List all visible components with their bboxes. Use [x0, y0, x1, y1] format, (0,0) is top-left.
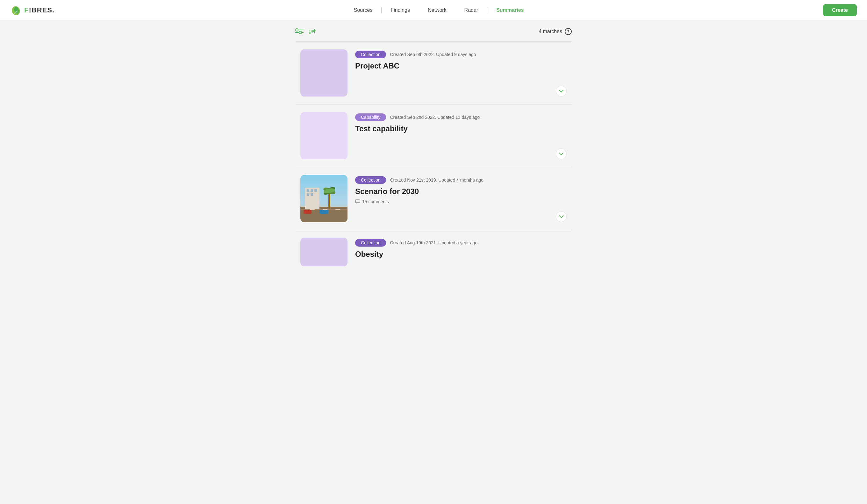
card-meta-4: Collection Created Aug 19th 2021. Update… [355, 239, 567, 247]
card-thumbnail-1 [300, 50, 347, 97]
card-project-abc: Collection Created Sep 6th 2022. Updated… [295, 42, 572, 105]
card-body-1: Collection Created Sep 6th 2022. Updated… [355, 50, 567, 74]
expand-button-3[interactable] [556, 211, 567, 222]
svg-rect-20 [307, 193, 309, 196]
svg-rect-28 [355, 200, 360, 203]
chevron-down-icon-1 [559, 90, 564, 93]
svg-rect-12 [328, 192, 330, 208]
badge-collection-4: Collection [355, 239, 386, 247]
svg-rect-22 [303, 210, 311, 214]
sort-button[interactable] [309, 28, 315, 35]
svg-point-5 [299, 31, 302, 34]
card-date-2: Created Sep 2nd 2022. Updated 13 days ag… [390, 115, 480, 120]
card-meta-2: Capability Created Sep 2nd 2022. Updated… [355, 114, 567, 121]
card-obesity: Collection Created Aug 19th 2021. Update… [295, 230, 572, 269]
card-title-2: Test capability [355, 124, 567, 133]
card-date-3: Created Nov 21st 2019. Updated 4 months … [390, 178, 483, 183]
logo-icon [10, 4, 22, 16]
card-title-1: Project ABC [355, 62, 567, 71]
matches-count: 4 matches [539, 29, 562, 34]
comments-text-3: 15 comments [362, 199, 389, 204]
filter-button[interactable] [295, 28, 303, 35]
svg-point-2 [296, 29, 298, 31]
comment-icon-3 [355, 200, 360, 204]
main-content: 4 matches ? Collection Created Sep 6th 2… [290, 20, 577, 277]
card-test-capability: Capability Created Sep 2nd 2022. Updated… [295, 105, 572, 167]
svg-rect-25 [310, 209, 315, 210]
main-nav: Sources Findings Network Radar Summaries [345, 7, 533, 13]
badge-collection-1: Collection [355, 51, 386, 58]
card-comments-3: 15 comments [355, 199, 567, 204]
logo: F!BRES. [10, 4, 54, 16]
sort-icon [309, 28, 315, 35]
card-body-3: Collection Created Nov 21st 2019. Update… [355, 175, 567, 204]
nav-radar[interactable]: Radar [456, 7, 487, 13]
card-thumbnail-2 [300, 112, 347, 159]
help-button[interactable]: ? [565, 28, 572, 35]
badge-capability-2: Capability [355, 114, 386, 121]
svg-rect-26 [323, 209, 328, 210]
card-date-1: Created Sep 6th 2022. Updated 9 days ago [390, 52, 476, 57]
header: F!BRES. Sources Findings Network Radar S… [0, 0, 867, 20]
card-scenario-2030: Collection Created Nov 21st 2019. Update… [295, 167, 572, 230]
svg-rect-27 [335, 209, 340, 210]
toolbar: 4 matches ? [295, 28, 572, 35]
nav-sources[interactable]: Sources [345, 7, 382, 13]
filter-icon [295, 28, 303, 35]
card-body-4: Collection Created Aug 19th 2021. Update… [355, 238, 567, 262]
card-thumbnail-4 [300, 238, 347, 266]
create-button[interactable]: Create [823, 4, 857, 16]
toolbar-left [295, 28, 315, 35]
matches-info: 4 matches ? [539, 28, 572, 35]
svg-rect-17 [307, 189, 309, 192]
chevron-down-icon-3 [559, 215, 564, 218]
nav-summaries[interactable]: Summaries [487, 7, 533, 13]
badge-collection-3: Collection [355, 176, 386, 184]
scenario-thumbnail-svg [300, 175, 347, 222]
card-title-4: Obesity [355, 250, 567, 259]
expand-button-2[interactable] [556, 149, 567, 159]
expand-button-1[interactable] [556, 86, 567, 97]
svg-rect-18 [311, 189, 313, 192]
svg-rect-21 [311, 193, 313, 196]
nav-findings[interactable]: Findings [382, 7, 418, 13]
card-title-3: Scenario for 2030 [355, 187, 567, 196]
svg-rect-19 [314, 189, 317, 192]
nav-network[interactable]: Network [419, 7, 456, 13]
card-body-2: Capability Created Sep 2nd 2022. Updated… [355, 112, 567, 136]
card-thumbnail-3 [300, 175, 347, 222]
card-date-4: Created Aug 19th 2021. Updated a year ag… [390, 240, 478, 245]
logo-text: F!BRES. [24, 6, 54, 14]
card-meta-3: Collection Created Nov 21st 2019. Update… [355, 176, 567, 184]
chevron-down-icon-2 [559, 153, 564, 156]
svg-rect-23 [320, 209, 328, 214]
card-meta-1: Collection Created Sep 6th 2022. Updated… [355, 51, 567, 58]
